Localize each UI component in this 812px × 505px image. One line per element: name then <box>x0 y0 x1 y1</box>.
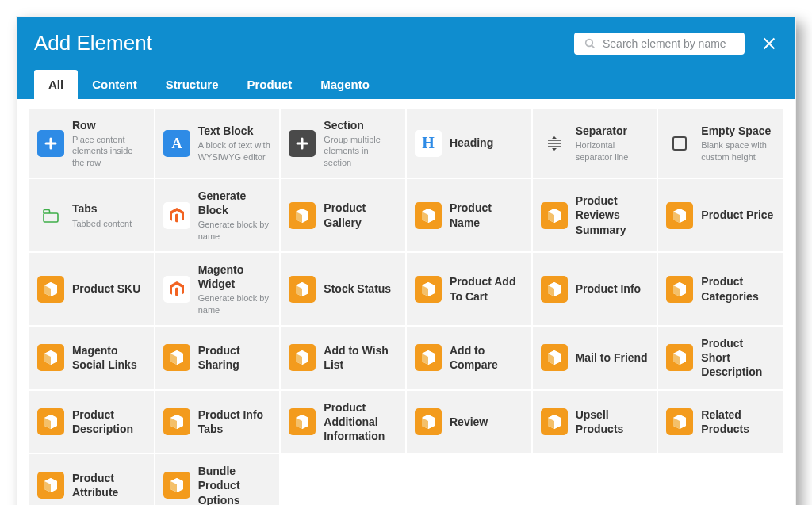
tile-upsell-products[interactable]: Upsell Products <box>533 391 657 453</box>
tile-product-additional-information[interactable]: Product Additional Information <box>281 391 405 453</box>
tile-product-attribute[interactable]: Product Attribute <box>29 454 154 505</box>
tile-title: Product Categories <box>701 274 775 303</box>
box-icon <box>289 276 316 303</box>
tile-title: Add to Compare <box>450 343 523 372</box>
box-icon <box>415 344 442 371</box>
tab-all[interactable]: All <box>34 70 78 99</box>
box-icon <box>541 408 568 435</box>
box-icon <box>163 344 190 371</box>
tab-product[interactable]: Product <box>233 70 307 99</box>
tile-product-info-tabs[interactable]: Product Info Tabs <box>155 391 280 453</box>
tile-title: Empty Space <box>701 124 775 138</box>
tile-magento-social-links[interactable]: Magento Social Links <box>29 327 154 389</box>
box-icon <box>541 276 568 303</box>
tile-desc: Tabbed content <box>72 218 146 229</box>
tile-related-products[interactable]: Related Products <box>658 391 783 453</box>
box-icon <box>415 408 442 435</box>
tile-title: Product Description <box>72 407 146 436</box>
search-input[interactable] <box>603 37 735 50</box>
tile-desc: Horizontal separator line <box>576 140 649 163</box>
tile-title: Product Add To Cart <box>450 274 523 303</box>
tile-title: Stock Status <box>324 281 397 296</box>
tile-desc: Blank space with custom height <box>701 140 775 163</box>
tab-magento[interactable]: Magento <box>306 70 384 99</box>
tile-title: Bundle Product Options <box>198 464 272 505</box>
box-icon <box>37 344 64 371</box>
box-icon <box>666 276 693 303</box>
tile-add-to-wish-list[interactable]: Add to Wish List <box>281 327 405 389</box>
tile-title: Product Additional Information <box>324 400 397 444</box>
magento-icon <box>163 276 190 303</box>
close-icon[interactable] <box>760 35 778 52</box>
tile-title: Related Products <box>701 407 775 436</box>
tile-section[interactable]: SectionGroup multiple elements in sectio… <box>281 109 405 178</box>
tile-desc: Group multiple elements in section <box>324 134 397 168</box>
box-icon <box>289 202 316 229</box>
svg-line-1 <box>592 45 594 48</box>
modal-title: Add Element <box>34 31 152 55</box>
tile-product-name[interactable]: Product Name <box>407 179 531 251</box>
box-icon <box>666 344 693 371</box>
tile-text-block[interactable]: Text BlockA block of text with WYSIWYG e… <box>155 109 280 178</box>
tile-magento-widget[interactable]: Magento WidgetGenerate block by name <box>155 253 280 325</box>
box-icon <box>666 202 693 229</box>
box-icon <box>541 344 568 371</box>
empty-cell <box>658 454 783 505</box>
tile-add-to-compare[interactable]: Add to Compare <box>407 327 531 389</box>
tile-title: Heading <box>450 136 523 150</box>
tile-title: Add to Wish List <box>324 343 397 372</box>
box-icon <box>541 202 568 229</box>
tile-title: Magento Widget <box>198 262 272 291</box>
tile-product-description[interactable]: Product Description <box>29 391 154 453</box>
tile-stock-status[interactable]: Stock Status <box>281 253 405 325</box>
tile-title: Separator <box>576 124 649 138</box>
tile-title: Product Name <box>450 201 523 229</box>
heading-icon <box>415 130 442 157</box>
tile-product-reviews-summary[interactable]: Product Reviews Summary <box>533 179 657 251</box>
tab-content[interactable]: Content <box>78 70 151 99</box>
search-icon <box>584 37 596 50</box>
tab-structure[interactable]: Structure <box>151 70 233 99</box>
tile-title: Product Info <box>576 281 649 296</box>
plus-icon <box>289 130 316 157</box>
box-icon <box>163 472 190 499</box>
box-icon <box>666 408 693 435</box>
tile-title: Tabs <box>72 201 146 216</box>
tile-title: Product Price <box>701 208 775 222</box>
box-icon <box>37 472 64 499</box>
tile-product-price[interactable]: Product Price <box>658 179 783 251</box>
tile-mail-to-friend[interactable]: Mail to Friend <box>533 327 657 389</box>
tile-tabs[interactable]: TabsTabbed content <box>29 179 154 251</box>
letter-icon <box>163 130 190 157</box>
tile-review[interactable]: Review <box>407 391 531 453</box>
tile-product-add-to-cart[interactable]: Product Add To Cart <box>407 253 531 325</box>
tile-title: Row <box>72 118 146 132</box>
tile-product-info[interactable]: Product Info <box>533 253 657 325</box>
tile-title: Upsell Products <box>576 407 649 436</box>
tile-row[interactable]: RowPlace content elements inside the row <box>29 109 154 178</box>
tile-product-short-description[interactable]: Product Short Description <box>658 327 783 389</box>
tile-title: Product Gallery <box>324 201 397 229</box>
tile-title: Text Block <box>198 124 272 138</box>
tile-title: Product Reviews Summary <box>576 193 649 237</box>
search-input-wrap[interactable] <box>574 33 745 55</box>
tile-empty-space[interactable]: Empty SpaceBlank space with custom heigh… <box>658 109 783 178</box>
tile-product-gallery[interactable]: Product Gallery <box>281 179 405 251</box>
tile-generate-block[interactable]: Generate BlockGenerate block by name <box>155 179 280 251</box>
tile-title: Product Info Tabs <box>198 407 272 436</box>
tile-bundle-product-options[interactable]: Bundle Product Options <box>155 454 280 505</box>
square-icon <box>666 130 693 157</box>
modal-body: RowPlace content elements inside the row… <box>17 99 795 505</box>
empty-cell <box>533 454 657 505</box>
tile-desc: Generate block by name <box>198 219 272 242</box>
tile-product-sku[interactable]: Product SKU <box>29 253 154 325</box>
empty-cell <box>281 454 405 505</box>
tile-title: Magento Social Links <box>72 343 146 372</box>
box-icon <box>163 408 190 435</box>
tile-title: Product Attribute <box>72 471 146 499</box>
tile-heading[interactable]: Heading <box>407 109 531 178</box>
tile-product-categories[interactable]: Product Categories <box>658 253 783 325</box>
tile-title: Mail to Friend <box>576 350 649 365</box>
tile-separator[interactable]: SeparatorHorizontal separator line <box>533 109 657 178</box>
tile-product-sharing[interactable]: Product Sharing <box>155 327 280 389</box>
